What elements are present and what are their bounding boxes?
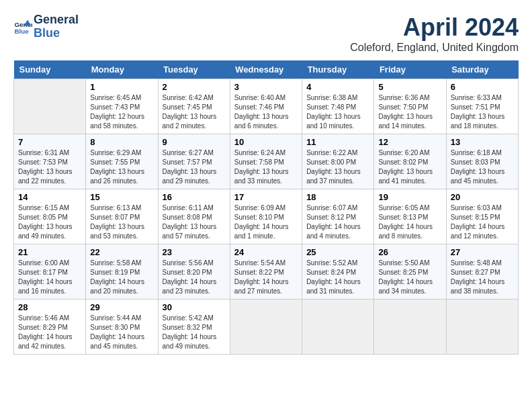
calendar-table: SundayMondayTuesdayWednesdayThursdayFrid… [13,60,519,355]
daylight-text: Daylight: 14 hours and 42 minutes. [18,333,73,350]
sunset-text: Sunset: 8:17 PM [18,269,68,276]
day-number: 12 [378,137,441,147]
sunrise-text: Sunrise: 6:00 AM [18,259,69,267]
day-header-monday: Monday [86,60,158,79]
sunset-text: Sunset: 8:29 PM [18,324,68,331]
title-block: April 2024 Coleford, England, United Kin… [350,13,519,54]
sunrise-text: Sunrise: 6:22 AM [306,149,357,156]
day-number: 27 [451,247,514,257]
sunrise-text: Sunrise: 6:05 AM [378,204,429,212]
calendar-cell: 22 Sunrise: 5:58 AM Sunset: 8:19 PM Dayl… [86,244,158,300]
daylight-text: Daylight: 13 hours and 53 minutes. [90,223,144,240]
calendar-cell: 8 Sunrise: 6:29 AM Sunset: 7:55 PM Dayli… [86,134,158,189]
calendar-cell: 12 Sunrise: 6:20 AM Sunset: 8:02 PM Dayl… [374,134,446,189]
calendar-header-row: SundayMondayTuesdayWednesdayThursdayFrid… [14,60,519,79]
sunset-text: Sunset: 8:30 PM [90,324,140,331]
calendar-cell: 5 Sunrise: 6:36 AM Sunset: 7:50 PM Dayli… [374,79,446,134]
calendar-cell: 9 Sunrise: 6:27 AM Sunset: 7:57 PM Dayli… [158,134,230,189]
sunset-text: Sunset: 7:55 PM [90,158,140,166]
sunset-text: Sunset: 8:05 PM [18,214,68,221]
day-number: 30 [163,302,226,312]
day-info: Sunrise: 6:31 AM Sunset: 7:53 PM Dayligh… [18,148,81,186]
day-header-thursday: Thursday [302,60,374,79]
calendar-cell: 10 Sunrise: 6:24 AM Sunset: 7:58 PM Dayl… [230,134,302,189]
sunrise-text: Sunrise: 6:36 AM [378,94,429,101]
day-number: 25 [306,247,369,257]
day-info: Sunrise: 5:58 AM Sunset: 8:19 PM Dayligh… [90,259,153,296]
calendar-cell [446,300,518,355]
day-info: Sunrise: 6:42 AM Sunset: 7:45 PM Dayligh… [163,93,226,131]
sunrise-text: Sunrise: 5:46 AM [18,314,69,322]
day-info: Sunrise: 5:52 AM Sunset: 8:24 PM Dayligh… [306,259,369,296]
daylight-text: Daylight: 14 hours and 23 minutes. [163,278,217,295]
sunset-text: Sunset: 8:25 PM [378,269,428,276]
sunset-text: Sunset: 7:57 PM [163,158,212,166]
daylight-text: Daylight: 13 hours and 57 minutes. [163,223,217,240]
calendar-cell: 18 Sunrise: 6:07 AM Sunset: 8:12 PM Dayl… [302,189,374,244]
sunset-text: Sunset: 8:03 PM [451,158,500,166]
day-info: Sunrise: 6:36 AM Sunset: 7:50 PM Dayligh… [378,93,441,131]
day-number: 28 [18,302,81,312]
day-info: Sunrise: 6:09 AM Sunset: 8:10 PM Dayligh… [234,203,298,241]
sunrise-text: Sunrise: 5:50 AM [378,259,429,267]
day-info: Sunrise: 5:44 AM Sunset: 8:30 PM Dayligh… [90,314,153,351]
sunrise-text: Sunrise: 6:13 AM [90,204,141,212]
day-number: 13 [451,137,514,147]
daylight-text: Daylight: 13 hours and 2 minutes. [163,113,217,130]
day-number: 29 [90,302,153,312]
day-info: Sunrise: 6:07 AM Sunset: 8:12 PM Dayligh… [306,203,369,241]
sunset-text: Sunset: 8:07 PM [90,214,140,221]
daylight-text: Daylight: 14 hours and 49 minutes. [163,333,217,350]
daylight-text: Daylight: 14 hours and 34 minutes. [378,278,433,295]
calendar-cell: 17 Sunrise: 6:09 AM Sunset: 8:10 PM Dayl… [230,189,302,244]
calendar-cell: 27 Sunrise: 5:48 AM Sunset: 8:27 PM Dayl… [446,244,518,300]
daylight-text: Daylight: 14 hours and 38 minutes. [451,278,505,295]
day-info: Sunrise: 6:29 AM Sunset: 7:55 PM Dayligh… [90,148,153,186]
calendar-cell: 23 Sunrise: 5:56 AM Sunset: 8:20 PM Dayl… [158,244,230,300]
sunset-text: Sunset: 8:27 PM [451,269,500,276]
day-info: Sunrise: 6:05 AM Sunset: 8:13 PM Dayligh… [378,203,441,241]
sunrise-text: Sunrise: 6:03 AM [451,204,502,212]
calendar-week-row: 1 Sunrise: 6:45 AM Sunset: 7:43 PM Dayli… [14,79,519,134]
daylight-text: Daylight: 13 hours and 33 minutes. [234,168,289,185]
day-number: 26 [378,247,441,257]
day-info: Sunrise: 6:00 AM Sunset: 8:17 PM Dayligh… [18,259,81,296]
calendar-cell [14,79,86,134]
sunset-text: Sunset: 8:08 PM [163,214,212,221]
day-number: 6 [451,82,514,92]
calendar-cell: 19 Sunrise: 6:05 AM Sunset: 8:13 PM Dayl… [374,189,446,244]
sunrise-text: Sunrise: 6:07 AM [306,204,357,212]
daylight-text: Daylight: 14 hours and 20 minutes. [90,278,144,295]
sunset-text: Sunset: 7:50 PM [378,103,428,111]
logo: General Blue General Blue [13,13,79,40]
daylight-text: Daylight: 14 hours and 12 minutes. [451,223,505,240]
daylight-text: Daylight: 12 hours and 58 minutes. [90,113,144,130]
daylight-text: Daylight: 13 hours and 37 minutes. [306,168,361,185]
sunrise-text: Sunrise: 5:54 AM [234,259,285,267]
sunrise-text: Sunrise: 5:44 AM [90,314,141,322]
sunrise-text: Sunrise: 5:42 AM [163,314,214,322]
sunrise-text: Sunrise: 6:31 AM [18,149,69,156]
sunset-text: Sunset: 7:53 PM [18,158,68,166]
day-number: 22 [90,247,153,257]
day-number: 2 [163,82,226,92]
calendar-cell: 28 Sunrise: 5:46 AM Sunset: 8:29 PM Dayl… [14,300,86,355]
day-number: 23 [163,247,226,257]
calendar-cell: 15 Sunrise: 6:13 AM Sunset: 8:07 PM Dayl… [86,189,158,244]
day-number: 9 [163,137,226,147]
logo-text: General Blue [34,13,79,40]
calendar-cell: 14 Sunrise: 6:15 AM Sunset: 8:05 PM Dayl… [14,189,86,244]
daylight-text: Daylight: 13 hours and 18 minutes. [451,113,505,130]
day-info: Sunrise: 6:38 AM Sunset: 7:48 PM Dayligh… [306,93,369,131]
page-header: General Blue General Blue April 2024 Col… [13,13,519,54]
sunset-text: Sunset: 8:10 PM [234,214,284,221]
day-header-tuesday: Tuesday [158,60,230,79]
daylight-text: Daylight: 13 hours and 10 minutes. [306,113,361,130]
daylight-text: Daylight: 13 hours and 41 minutes. [378,168,433,185]
day-info: Sunrise: 6:45 AM Sunset: 7:43 PM Dayligh… [90,93,153,131]
calendar-cell: 26 Sunrise: 5:50 AM Sunset: 8:25 PM Dayl… [374,244,446,300]
calendar-week-row: 14 Sunrise: 6:15 AM Sunset: 8:05 PM Dayl… [14,189,519,244]
sunrise-text: Sunrise: 6:27 AM [163,149,214,156]
sunrise-text: Sunrise: 5:58 AM [90,259,141,267]
sunset-text: Sunset: 8:20 PM [163,269,212,276]
